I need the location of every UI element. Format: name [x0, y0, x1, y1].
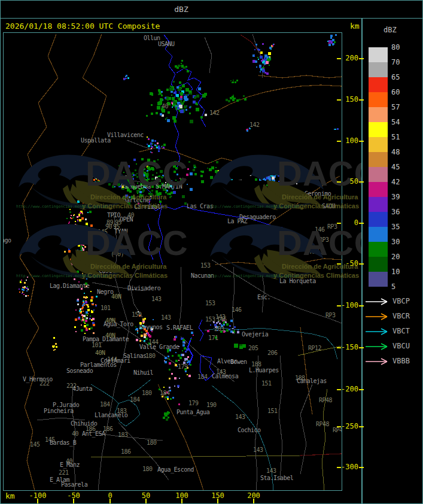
map-label: 180 [142, 390, 152, 396]
map-label: Ant_ESA [82, 431, 105, 437]
axis-tick [145, 499, 147, 504]
map-label: 151 [261, 381, 272, 387]
axis-tick [109, 499, 111, 504]
map-label: 190 [206, 402, 217, 408]
map-label: 143 [235, 414, 245, 420]
map-label: 180 [147, 440, 157, 446]
map-label: 101 [92, 342, 102, 348]
scale-tick-label: 5 [391, 283, 395, 291]
map-label: S.RAFAEL [166, 325, 193, 331]
axis-tick [181, 499, 182, 504]
map-label: L.Huarpes [249, 368, 279, 374]
scale-tick-label: 36 [391, 208, 400, 216]
legend-label: VBCR [392, 312, 410, 320]
scale-tick-label: 30 [391, 238, 400, 246]
map-label: 180 [145, 353, 156, 359]
map-label: 153 [200, 263, 211, 269]
scale-band [369, 182, 388, 197]
map-label: RP48 [316, 421, 329, 427]
right-axis-unit-label: km [350, 22, 360, 31]
map-label: 221 [59, 470, 69, 476]
map-label: 153 [205, 300, 215, 306]
map-label: Lag.Diamante [50, 283, 89, 289]
map-label: Ovejeria [242, 332, 268, 338]
scale-band [369, 152, 388, 167]
map-label: SAOU [322, 204, 335, 210]
map-label: 40N [95, 350, 105, 356]
map-linework [4, 33, 342, 490]
scale-tick-label: 48 [391, 148, 400, 156]
scale-band [369, 257, 388, 272]
map-label: 145 [98, 229, 108, 235]
map-label: 142 [209, 110, 220, 116]
scale-band [369, 62, 388, 77]
axis-tick [253, 499, 254, 504]
map-label: Calmensa [212, 374, 238, 379]
scale-tick-label: 39 [391, 193, 400, 201]
map-label: 40N [111, 294, 121, 300]
legend-label: VBCT [392, 327, 410, 335]
axis-tick [337, 263, 341, 265]
scale-tick-label: 60 [391, 88, 400, 96]
scale-tick-label: 20 [391, 253, 400, 261]
map-label: Divisadero [127, 286, 160, 292]
panel-divider [361, 18, 363, 504]
axis-tick [359, 426, 364, 427]
map-label: Nihuil [133, 370, 153, 376]
map-label: 142 [249, 122, 260, 128]
axis-tick [359, 58, 364, 59]
axis-tick [359, 467, 364, 468]
map-label: S.Geronimo [298, 191, 331, 197]
axis-tick [359, 263, 364, 265]
radar-app-window: dBZ 2026/01/18 08:52:00 UTC Composite km [0, 0, 423, 504]
map-label: RP11 [310, 249, 323, 255]
axis-tick [359, 305, 364, 306]
map-label: Valle Grande [139, 344, 179, 350]
map-label: 184 [197, 374, 208, 380]
map-label: 143 [253, 447, 263, 453]
map-label: 184 [160, 390, 170, 396]
axis-tick [73, 499, 74, 504]
map-label: Uspallata [81, 138, 111, 144]
scale-band [369, 227, 388, 242]
map-label: 203 [214, 326, 224, 332]
map-label: 222 [39, 381, 50, 387]
axis-tick [337, 467, 341, 468]
map-label: Ugarteche [120, 198, 150, 204]
map-label: Punta_Agua [176, 409, 209, 415]
map-label: Cochico [238, 427, 261, 433]
scale-band [369, 272, 388, 287]
map-label: 143 [215, 314, 226, 320]
legend-arrow-icon [366, 328, 389, 335]
axis-tick [337, 347, 341, 348]
map-label: Las Cras [187, 204, 213, 210]
map-label: Agua_Toro [104, 321, 133, 327]
map-label: S.MARTIN [156, 184, 182, 190]
scale-tick-label: 10 [391, 268, 400, 276]
legend-arrow-icon [366, 298, 389, 305]
map-label: 151 [267, 408, 278, 414]
legend-arrow-icon [366, 313, 389, 320]
scale-band [369, 197, 388, 212]
map-label: 206 [267, 350, 278, 356]
map-label: Reyunos [139, 324, 163, 330]
map-label: Panquehua [121, 184, 151, 190]
axis-tick [337, 58, 341, 59]
title-bar: dBZ [1, 1, 423, 19]
map-label: Agua_Escond [157, 467, 194, 473]
map-label: RP12 [308, 345, 321, 351]
scale-tick-label: 80 [391, 43, 400, 51]
map-label: Casetas [99, 268, 122, 274]
map-area: OllunUSANU40142142VillavicencUspallataPo… [3, 32, 342, 491]
legend-label: VBBB [392, 357, 410, 365]
axis-tick [337, 99, 341, 101]
axis-tick [359, 389, 364, 390]
map-label: Villavicenc [107, 132, 144, 138]
map-label: USANU [158, 41, 175, 47]
map-label: 4Junta [72, 386, 92, 392]
color-scale-title: dBZ [384, 26, 397, 34]
map-label: La Horqueta [279, 278, 316, 284]
scale-band [369, 92, 388, 107]
map-label: 146 [232, 307, 242, 313]
map-label: Pincheira [44, 408, 74, 414]
